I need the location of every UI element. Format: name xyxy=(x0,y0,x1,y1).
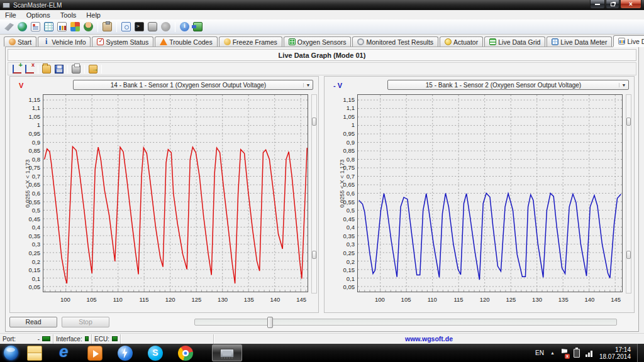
data-graph-icon xyxy=(618,38,625,45)
pid-selector-dropdown[interactable]: 15 - Bank 1 - Sensor 2 (Oxygen Sensor Ou… xyxy=(387,80,629,90)
toolbar-separator xyxy=(101,65,102,74)
scrollbar-thumb[interactable] xyxy=(626,118,631,126)
tray-expand-icon[interactable]: ▲ xyxy=(550,351,555,355)
tab-start[interactable]: Start xyxy=(4,36,36,47)
tab-label: Live Data Graph xyxy=(627,38,644,45)
vertical-zoom-scrollbar[interactable] xyxy=(311,94,317,293)
globe-icon[interactable] xyxy=(18,22,27,31)
windows-icon[interactable] xyxy=(70,22,80,31)
monitor-icon xyxy=(357,38,364,45)
battery-icon[interactable] xyxy=(148,22,157,31)
export-icon[interactable] xyxy=(89,65,97,74)
clock[interactable]: 17:14 18.07.2014 xyxy=(599,346,631,360)
website-link[interactable]: www.wgsoft.de xyxy=(405,335,453,343)
y-tick-label: 1 xyxy=(326,121,355,128)
read-button[interactable]: Read xyxy=(9,317,57,327)
battery-icon[interactable] xyxy=(574,349,580,358)
menu-options[interactable]: Options xyxy=(21,11,55,19)
menu-file[interactable]: File xyxy=(0,11,21,19)
vertical-zoom-scrollbar[interactable] xyxy=(626,94,631,293)
network-signal-icon[interactable] xyxy=(586,349,594,357)
tab-system-status[interactable]: System Status xyxy=(92,36,153,47)
y-tick-label: 0,35 xyxy=(11,233,40,239)
restore-button[interactable] xyxy=(606,0,619,9)
scrollbar-thumb[interactable] xyxy=(626,251,631,259)
search-icon[interactable] xyxy=(121,22,131,31)
time-scroll-slider[interactable] xyxy=(194,319,617,326)
taskbar-item-media-player[interactable] xyxy=(87,346,103,361)
chart-icon[interactable] xyxy=(57,22,67,31)
report-icon[interactable] xyxy=(31,22,40,31)
scrollbar-thumb[interactable] xyxy=(312,251,316,259)
y-tick-label: 0,25 xyxy=(11,250,40,256)
warning-icon xyxy=(160,38,167,45)
x-tick-label: 115 xyxy=(449,296,468,303)
tab-vehicle-info[interactable]: Vehicle Info xyxy=(38,36,91,47)
clipboard-icon[interactable] xyxy=(103,22,112,31)
tab-trouble-codes[interactable]: Trouble Codes xyxy=(155,36,217,47)
y-tick-label: 0,05 xyxy=(11,283,40,290)
taskbar-item-skype[interactable] xyxy=(148,346,163,361)
tab-live-data-meter[interactable]: Live Data Meter xyxy=(547,36,612,47)
graph-toolbar xyxy=(8,62,636,75)
add-graph-icon[interactable] xyxy=(13,65,21,74)
tab-actuator[interactable]: Actuator xyxy=(440,36,483,47)
menu-help[interactable]: Help xyxy=(81,11,106,19)
y-tick-label: 0,7 xyxy=(11,173,40,180)
toolbar-separator xyxy=(38,65,38,74)
close-button[interactable]: × xyxy=(620,0,641,9)
taskbar-item-windows-explorer[interactable] xyxy=(27,346,42,361)
slider-thumb[interactable] xyxy=(267,317,273,328)
taskbar-item-internet-explorer[interactable] xyxy=(57,346,72,361)
taskbar-item-scanmaster-active[interactable] xyxy=(212,344,242,361)
show-desktop-button[interactable] xyxy=(637,344,644,362)
start-button[interactable] xyxy=(4,346,18,360)
user-icon[interactable] xyxy=(84,22,93,31)
application-window: ScanMaster-ELM × FileOptionsToolsHelp St… xyxy=(0,0,644,362)
exit-icon[interactable] xyxy=(193,22,203,31)
save-file-icon[interactable] xyxy=(55,65,64,74)
waveform-svg xyxy=(43,95,308,292)
terminal-icon[interactable] xyxy=(135,22,144,31)
x-tick-label: 105 xyxy=(82,296,101,303)
port-label: Port: xyxy=(3,336,16,343)
title-bar: ScanMaster-ELM × xyxy=(0,0,644,10)
y-tick-label: 0,8 xyxy=(11,156,40,163)
scrollbar-thumb[interactable] xyxy=(312,118,316,126)
menu-tools[interactable]: Tools xyxy=(55,11,82,19)
x-tick-label: 145 xyxy=(292,296,311,303)
tab-label: Trouble Codes xyxy=(169,38,212,46)
record-disabled-icon[interactable] xyxy=(161,22,170,31)
taskbar-item-chrome[interactable] xyxy=(178,346,193,361)
print-icon[interactable] xyxy=(72,65,80,74)
home-icon xyxy=(9,38,16,45)
minimize-button[interactable] xyxy=(590,0,605,9)
ecu-status-segment: ECU: xyxy=(92,334,121,344)
y-tick-label: 0,1 xyxy=(11,275,40,282)
empty-segment xyxy=(121,334,214,344)
tab-live-data-grid[interactable]: Live Data Grid xyxy=(484,36,545,47)
y-tick-label: 1,05 xyxy=(326,113,355,120)
tab-oxygen-sensors[interactable]: Oxygen Sensors xyxy=(284,36,352,47)
connect-icon[interactable] xyxy=(4,22,14,31)
open-file-icon[interactable] xyxy=(42,65,51,74)
about-info-icon[interactable] xyxy=(180,22,189,31)
tab-live-data-graph[interactable]: Live Data Graph xyxy=(613,35,644,47)
remove-graph-icon[interactable] xyxy=(25,65,34,74)
y-tick-label: 0,4 xyxy=(326,224,355,231)
chart-unit-label: V xyxy=(19,82,23,89)
tab-freeze-frames[interactable]: Freeze Frames xyxy=(219,36,282,47)
y-tick-label: 0,85 xyxy=(326,147,355,154)
tab-monitored-test-results[interactable]: Monitored Test Results xyxy=(352,36,438,47)
data-table-icon[interactable] xyxy=(44,22,53,31)
pid-selected-value: 14 - Bank 1 - Sensor 1 (Oxygen Sensor Ou… xyxy=(74,82,303,89)
language-indicator[interactable]: EN xyxy=(535,349,544,356)
series-line xyxy=(45,146,308,283)
pid-selector-dropdown[interactable]: 14 - Bank 1 - Sensor 1 (Oxygen Sensor Ou… xyxy=(73,80,313,90)
toolbar-separator xyxy=(116,22,117,32)
x-tick-label: 140 xyxy=(265,296,284,303)
page-title: Live Data Graph (Mode 01) xyxy=(8,49,636,61)
y-tick-label: 0,7 xyxy=(326,173,355,180)
action-center-flag-icon[interactable] xyxy=(561,349,568,357)
taskbar-item-lightning-app[interactable] xyxy=(118,346,133,361)
